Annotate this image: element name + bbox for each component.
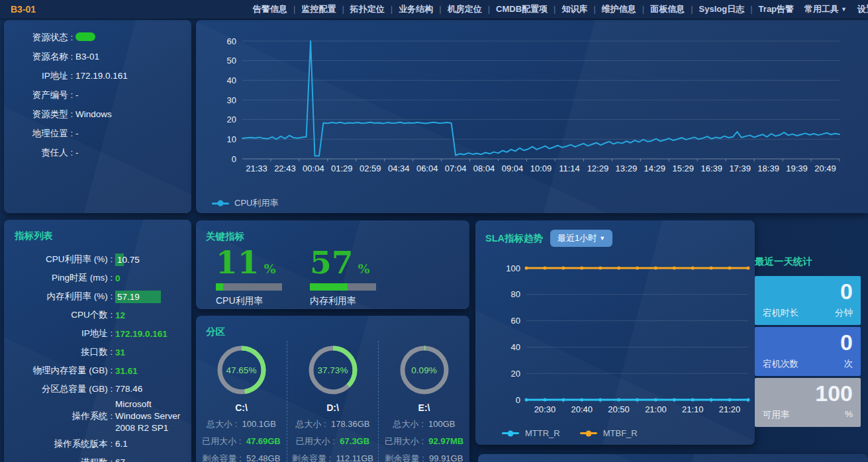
dashboard-screen: B3-01 告警信息 监控配置 拓扑定位 业务结构 机房定位 CMDB配置项 知… [0,0,868,462]
metric-label: IP地址 [4,328,115,340]
caret-down-icon: ▼ [599,235,605,242]
stat-bottom-row: 宕机次数 次 [763,358,853,370]
metric-label: Ping时延 (ms) [4,272,115,284]
metric-label: 内存利用率 (%) [4,291,115,302]
svg-text:100: 100 [506,263,520,273]
nav-menu: 告警信息 监控配置 拓扑定位 业务结构 机房定位 CMDB配置项 知识库 维护信… [253,3,868,15]
nav-item-syslog[interactable]: Syslog日志 [685,3,744,15]
svg-text:19:39: 19:39 [786,163,808,173]
time-range-dropdown[interactable]: 最近1小时 ▼ [550,230,612,247]
svg-text:21:33: 21:33 [246,163,267,173]
nav-item-monitor-config[interactable]: 监控配置 [287,3,336,15]
progress-fill [216,283,223,291]
nav-item-settings[interactable]: 设置 [857,3,868,15]
partition-name: E:\ [379,402,469,413]
stat-unit: 分钟 [835,307,853,319]
progress-fill [310,283,348,291]
nav-item-room-locate[interactable]: 机房定位 [433,3,481,15]
svg-text:20:40: 20:40 [571,404,593,414]
svg-text:04:34: 04:34 [388,163,410,173]
info-label: 资源类型 [4,109,75,120]
legend-item-mttr[interactable]: MTTR_R [502,428,560,438]
resource-info-panel: 资源状态 资源名称 B3-01 IP地址 172.19.0.161 资产编号 -… [4,20,191,213]
svg-text:14:29: 14:29 [644,163,666,173]
key-metric-number: 11 % [216,247,282,278]
partition-c: 47.65% C:\ 总大小100.1GB 已用大小47.69GB 剩余容量52… [196,341,287,462]
svg-text:18:39: 18:39 [757,163,779,173]
metric-label: CPU个数 [4,309,115,321]
nav-item-topology-locate[interactable]: 拓扑定位 [336,3,384,15]
nav-item-trap-alarm[interactable]: Trap告警 [744,3,794,15]
svg-text:12:29: 12:29 [587,163,609,173]
info-label: 责任人 [4,147,75,159]
day-stats-section: 最近一天统计 0 宕机时长 分钟 0 宕机次数 次 100 可用率 % [752,252,868,440]
svg-text:40: 40 [511,342,520,352]
cpu-trend-panel: 010203040506021:3322:4300:0401:2902:5904… [196,20,868,213]
metric-value: 172.19.0.161 [115,329,168,339]
svg-text:17:39: 17:39 [729,163,751,173]
svg-text:06:04: 06:04 [416,163,438,173]
info-value: B3-01 [75,52,99,62]
stat-bottom-row: 宕机时长 分钟 [763,307,853,319]
key-metric-unit: % [358,261,369,276]
svg-text:22:43: 22:43 [274,163,296,173]
partition-free: 剩余容量112.11GB [287,453,378,462]
metric-row-os-version: 操作系统版本 6.1 [4,435,186,453]
common-tools-label: 常用工具 [804,3,839,15]
info-label: IP地址 [4,70,75,82]
partition-name: D:\ [287,402,378,413]
status-ok-pill [75,32,95,41]
key-metric-label: 内存利用率 [310,295,376,307]
stat-card-downtime-count: 0 宕机次数 次 [755,327,861,376]
resource-info-rows: 资源状态 资源名称 B3-01 IP地址 172.19.0.161 资产编号 -… [4,20,191,162]
stat-unit: 次 [844,358,853,370]
metric-label: 接口数 [4,346,115,358]
info-row-owner: 责任人 - [4,143,191,162]
sla-header: SLA指标趋势 最近1小时 ▼ [485,230,612,247]
stat-label: 宕机时长 [763,307,798,319]
key-metric-unit: % [264,261,275,276]
sla-legend: MTTR_R MTBF_R [502,428,638,438]
sla-line-chart: 02040608010020:3020:4020:5021:0021:1021:… [475,220,755,445]
partition-free: 剩余容量99.91GB [379,453,469,462]
metric-label: 物理内存容量 (GB) [4,365,115,377]
resource-tag[interactable]: B3-01 [11,4,36,15]
metric-value: 6.1 [115,438,128,450]
svg-text:02:59: 02:59 [360,163,381,173]
stat-label: 可用率 [763,409,790,421]
panel-title: 关键指标 [206,230,244,243]
svg-text:60: 60 [511,316,520,326]
info-value: - [75,148,79,158]
info-value [75,32,95,43]
metric-row-cpu: CPU利用率 (%) 10.75 [4,250,186,269]
metric-value: 57.19 [115,291,142,303]
panel-title: 分区 [206,326,225,338]
info-value: - [75,128,79,138]
svg-text:07:04: 07:04 [445,163,467,173]
nav-item-alarm-info[interactable]: 告警信息 [253,3,287,15]
nav-item-maintenance-info[interactable]: 维护信息 [587,3,636,15]
key-metric-label: CPU利用率 [216,295,282,307]
caret-down-icon: ▼ [841,6,847,13]
info-row-ip: IP地址 172.19.0.161 [4,66,191,85]
metric-value: Microsoft Windows Server 2008 R2 SP1 [115,398,186,435]
cpu-legend-item[interactable]: CPU利用率 [212,197,278,209]
nav-item-panel-info[interactable]: 面板信息 [636,3,685,15]
metric-row-partition-total: 分区总容量 (GB) 778.46 [4,380,186,398]
metric-value: 778.46 [115,383,142,395]
panel-title: 指标列表 [15,230,53,242]
legend-item-mtbf[interactable]: MTBF_R [580,428,638,438]
nav-group: 告警信息 监控配置 拓扑定位 业务结构 机房定位 CMDB配置项 知识库 维护信… [253,3,794,15]
nav-item-common-tools[interactable]: 常用工具 ▼ [804,3,847,15]
nav-item-knowledge-base[interactable]: 知识库 [548,3,587,15]
svg-text:20: 20 [227,115,236,124]
svg-text:21:20: 21:20 [719,404,741,414]
key-metric-value: 11 [216,247,259,278]
info-row-name: 资源名称 B3-01 [4,47,191,66]
svg-text:21:10: 21:10 [682,404,704,414]
nav-item-business-structure[interactable]: 业务结构 [385,3,433,15]
key-metric-memory: 57 % 内存利用率 [310,247,376,307]
partition-used: 已用大小92.97MB [379,436,469,447]
key-metric-blocks: 11 % CPU利用率 57 % 内存利用率 [216,247,376,307]
nav-item-cmdb-items[interactable]: CMDB配置项 [482,3,548,15]
